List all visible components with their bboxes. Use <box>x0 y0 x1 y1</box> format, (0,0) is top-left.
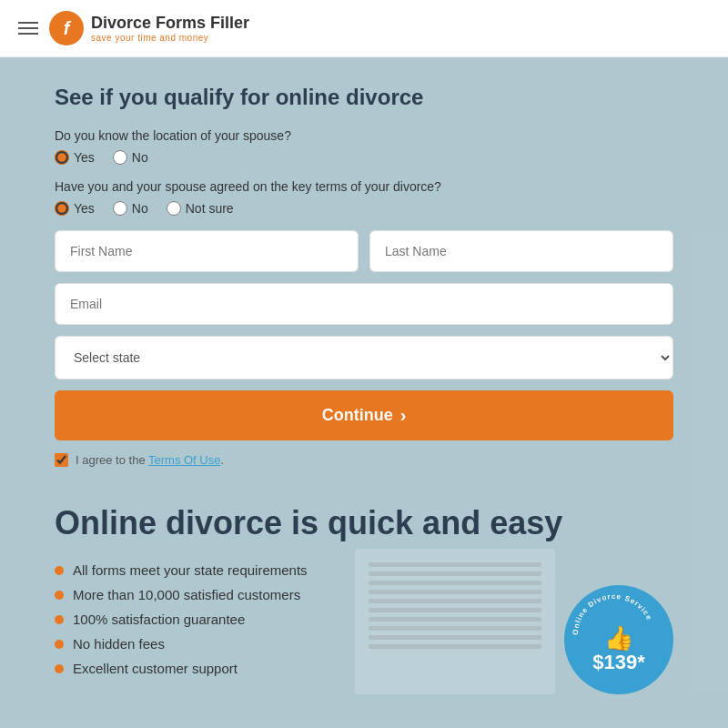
question2-no-label: No <box>132 201 148 216</box>
feature-text: No hidden fees <box>73 636 165 652</box>
question1-label: Do you know the location of your spouse? <box>55 128 673 143</box>
price-badge: Online Divorce Service 👍 $139* <box>564 585 673 694</box>
doc-line <box>369 608 541 612</box>
feature-text: More than 10,000 satisfied customers <box>73 587 300 602</box>
question1-yes-label: Yes <box>74 150 95 165</box>
bottom-section: Online divorce is quick and easy All for… <box>55 494 673 676</box>
email-input[interactable] <box>55 283 673 325</box>
question2-radio-group: Yes No Not sure <box>55 201 673 216</box>
terms-text: I agree to the Terms Of Use. <box>76 453 224 467</box>
badge-circle: Online Divorce Service 👍 $139* <box>564 585 673 694</box>
feature-text: All forms meet your state requirements <box>73 562 308 578</box>
email-row <box>55 283 673 325</box>
question2-not-sure[interactable]: Not sure <box>167 201 234 216</box>
bullet-icon <box>55 591 64 600</box>
terms-row: I agree to the Terms Of Use. <box>55 453 673 467</box>
terms-link[interactable]: Terms Of Use <box>148 453 220 467</box>
menu-icon[interactable] <box>18 22 38 35</box>
logo: f Divorce Forms Filler save your time an… <box>49 11 249 46</box>
main-content: See if you qualify for online divorce Do… <box>0 57 728 722</box>
name-row <box>55 230 673 272</box>
logo-subtitle: save your time and money <box>91 33 249 43</box>
question2-yes-radio[interactable] <box>55 201 69 216</box>
state-select[interactable]: Select state Alabama Alaska Arizona Cali… <box>55 336 673 379</box>
doc-line <box>369 626 541 631</box>
doc-line <box>369 581 541 585</box>
question1-yes-radio[interactable] <box>55 150 69 165</box>
bullet-icon <box>55 664 64 673</box>
doc-line <box>369 599 541 603</box>
question1-radio-group: Yes No <box>55 150 673 165</box>
continue-button[interactable]: Continue › <box>55 390 673 440</box>
doc-line <box>369 617 541 622</box>
logo-icon: f <box>49 11 84 46</box>
continue-label: Continue <box>322 406 393 425</box>
feature-text: Excellent customer support <box>73 661 238 676</box>
doc-line <box>369 644 541 649</box>
question2-yes[interactable]: Yes <box>55 201 95 216</box>
question2-not-sure-radio[interactable] <box>167 201 181 216</box>
question2-yes-label: Yes <box>74 201 95 216</box>
doc-line <box>369 562 541 567</box>
logo-text: Divorce Forms Filler save your time and … <box>91 14 249 43</box>
question2-no-radio[interactable] <box>113 201 127 216</box>
last-name-input[interactable] <box>369 230 673 272</box>
continue-arrow-icon: › <box>400 405 407 426</box>
badge-arc-svg: Online Divorce Service <box>564 585 664 685</box>
bullet-icon <box>55 640 64 649</box>
section-title: See if you qualify for online divorce <box>55 85 673 110</box>
bottom-title: Online divorce is quick and easy <box>55 503 673 542</box>
svg-text:Online Divorce Service: Online Divorce Service <box>571 592 653 635</box>
logo-title: Divorce Forms Filler <box>91 14 249 33</box>
question1-yes[interactable]: Yes <box>55 150 95 165</box>
document-overlay <box>355 549 555 694</box>
question1-no[interactable]: No <box>113 150 148 165</box>
doc-line <box>369 590 541 594</box>
terms-checkbox[interactable] <box>55 453 68 467</box>
doc-lines <box>355 549 555 667</box>
question1-no-radio[interactable] <box>113 150 127 165</box>
site-header: f Divorce Forms Filler save your time an… <box>0 0 728 57</box>
question2-no[interactable]: No <box>113 201 148 216</box>
doc-line <box>369 635 541 640</box>
question1-no-label: No <box>132 150 148 165</box>
question2-label: Have you and your spouse agreed on the k… <box>55 179 673 194</box>
doc-line <box>369 571 541 576</box>
feature-text: 100% satisfaction guarantee <box>73 612 245 627</box>
bullet-icon <box>55 615 64 624</box>
first-name-input[interactable] <box>55 230 359 272</box>
bullet-icon <box>55 566 64 575</box>
question2-not-sure-label: Not sure <box>186 201 234 216</box>
